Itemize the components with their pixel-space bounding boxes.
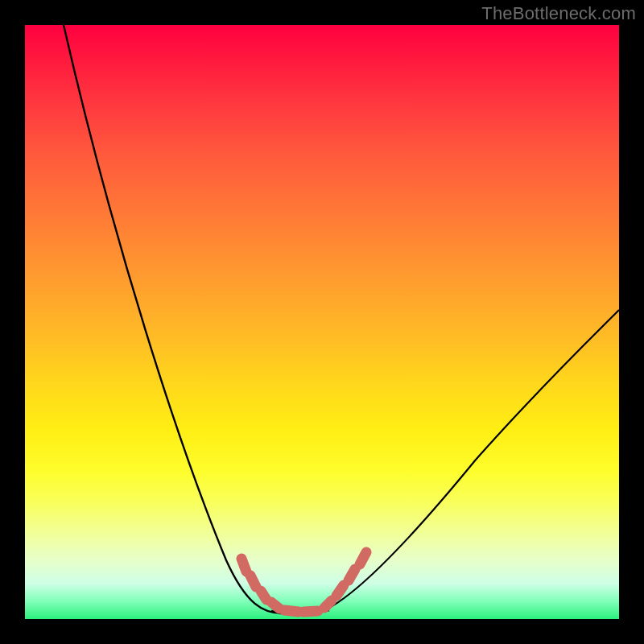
left-curve (64, 25, 283, 613)
floor-marker-1 (284, 610, 299, 612)
left-marker-1 (242, 559, 246, 572)
chart-frame: TheBottleneck.com (0, 0, 644, 644)
left-marker-2 (250, 576, 256, 587)
valley-markers (242, 552, 366, 612)
watermark-text: TheBottleneck.com (481, 3, 636, 24)
right-marker-4 (360, 552, 366, 564)
chart-curves-svg (25, 25, 619, 619)
right-marker-2 (336, 585, 344, 596)
right-marker-3 (349, 569, 355, 580)
left-marker-3 (261, 591, 266, 600)
right-marker-1 (324, 601, 332, 608)
floor-marker-2 (303, 611, 318, 612)
left-marker-4 (271, 602, 279, 609)
